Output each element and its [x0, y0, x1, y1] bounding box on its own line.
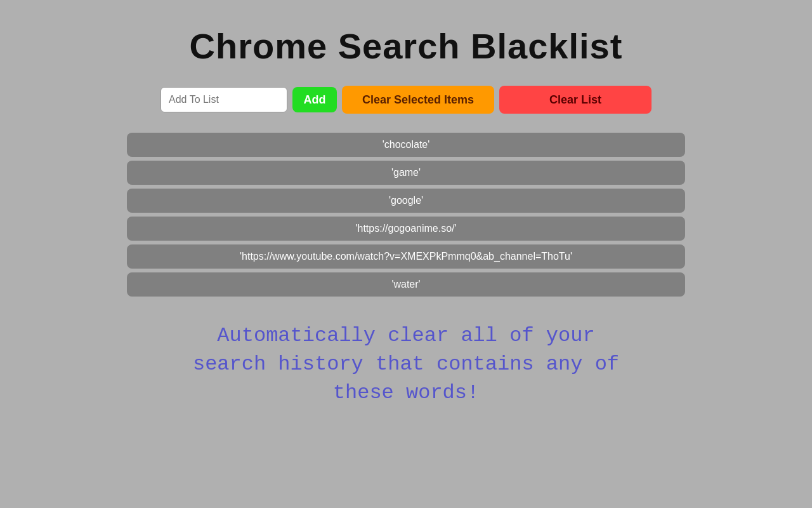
clear-list-button[interactable]: Clear List: [499, 86, 652, 114]
list-item[interactable]: 'https://gogoanime.so/': [127, 217, 685, 241]
list-container: 'chocolate''game''google''https://gogoan…: [127, 133, 685, 297]
list-item[interactable]: 'water': [127, 272, 685, 297]
list-item[interactable]: 'chocolate': [127, 133, 685, 157]
add-button[interactable]: Add: [292, 87, 337, 112]
clear-selected-button[interactable]: Clear Selected Items: [342, 86, 494, 114]
add-input[interactable]: [160, 87, 287, 112]
list-item[interactable]: 'https://www.youtube.com/watch?v=XMEXPkP…: [127, 244, 685, 269]
tagline: Automatically clear all of your search h…: [178, 322, 634, 407]
list-item[interactable]: 'game': [127, 161, 685, 185]
page-title: Chrome Search Blacklist: [190, 25, 623, 67]
toolbar: Add Clear Selected Items Clear List: [160, 86, 652, 114]
list-item[interactable]: 'google': [127, 189, 685, 213]
